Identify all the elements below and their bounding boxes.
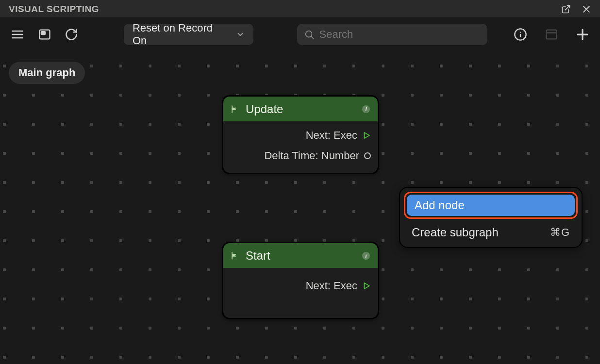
grid-dot	[149, 65, 151, 67]
grid-dot	[149, 327, 151, 330]
grid-dot	[61, 181, 64, 184]
grid-dot	[323, 327, 326, 330]
grid-dot	[527, 298, 530, 300]
grid-dot	[294, 327, 297, 330]
grid-dot	[3, 152, 6, 155]
grid-dot	[527, 268, 530, 271]
port-update-delta[interactable]: Delta Time: Number	[230, 146, 371, 166]
svg-marker-17	[365, 132, 370, 138]
grid-dot	[149, 210, 151, 213]
grid-dot	[119, 94, 122, 97]
node-info-icon[interactable]: i	[362, 105, 370, 113]
grid-dot	[90, 327, 93, 330]
grid-dot	[178, 181, 181, 184]
node-start-title: Start	[246, 249, 356, 263]
refresh-icon[interactable]	[63, 26, 81, 43]
grid-dot	[90, 356, 93, 359]
add-icon[interactable]	[574, 26, 591, 43]
search-field[interactable]	[297, 24, 487, 45]
search-input[interactable]	[319, 28, 481, 41]
svg-line-0	[565, 6, 569, 10]
grid-dot	[236, 65, 239, 67]
grid-dot	[527, 123, 530, 126]
node-start-header[interactable]: Start i	[223, 243, 378, 268]
grid-dot	[527, 94, 530, 97]
node-update[interactable]: Update i Next: Exec Delta Time: Number	[222, 95, 379, 174]
grid-dot	[382, 298, 384, 300]
grid-dot	[294, 356, 297, 359]
grid-dot	[411, 268, 414, 271]
grid-dot	[527, 181, 530, 184]
grid-dot	[585, 298, 588, 300]
node-update-title: Update	[246, 102, 356, 116]
window-icon[interactable]	[543, 26, 560, 43]
grid-dot	[178, 327, 181, 330]
grid-dot	[149, 152, 151, 155]
menu-icon[interactable]	[9, 26, 26, 43]
grid-dot	[498, 268, 501, 271]
grid-dot	[498, 94, 501, 97]
grid-dot	[149, 239, 151, 242]
flag-icon	[230, 251, 240, 261]
grid-dot	[119, 210, 122, 213]
grid-dot	[323, 181, 326, 184]
grid-dot	[469, 123, 472, 126]
node-update-header[interactable]: Update i	[223, 97, 378, 121]
grid-dot	[32, 152, 35, 155]
grid-dot	[323, 65, 326, 67]
grid-dot	[440, 94, 443, 97]
graph-canvas[interactable]: Main graph Update i Next: Exec Delta Tim…	[0, 53, 600, 364]
grid-dot	[178, 65, 181, 67]
grid-dot	[178, 94, 181, 97]
port-update-next[interactable]: Next: Exec	[230, 125, 371, 146]
grid-dot	[294, 181, 297, 184]
grid-dot	[411, 327, 414, 330]
grid-dot	[469, 298, 472, 300]
grid-dot	[498, 152, 501, 155]
grid-dot	[265, 181, 268, 184]
port-start-next[interactable]: Next: Exec	[230, 272, 371, 296]
grid-dot	[527, 152, 530, 155]
context-menu-create-subgraph-label: Create subgraph	[412, 226, 499, 239]
record-mode-dropdown[interactable]: Reset on Record On	[124, 24, 253, 45]
grid-dot	[236, 356, 239, 359]
grid-dot	[585, 152, 588, 155]
grid-dot	[61, 239, 64, 242]
context-menu-create-subgraph[interactable]: Create subgraph ⌘G	[404, 222, 578, 243]
grid-dot	[440, 298, 443, 300]
grid-dot	[32, 239, 35, 242]
grid-dot	[61, 94, 64, 97]
grid-dot	[178, 152, 181, 155]
layout-icon[interactable]	[36, 26, 53, 43]
grid-dot	[585, 327, 588, 330]
grid-dot	[585, 356, 588, 359]
grid-dot	[119, 327, 122, 330]
grid-dot	[119, 181, 122, 184]
exec-port-icon	[362, 281, 371, 290]
grid-dot	[382, 268, 384, 271]
close-icon[interactable]	[582, 4, 591, 14]
grid-dot	[90, 210, 93, 213]
grid-dot	[382, 210, 384, 213]
grid-dot	[90, 268, 93, 271]
node-start[interactable]: Start i Next: Exec	[222, 242, 379, 319]
context-menu-add-node[interactable]: Add node	[407, 195, 575, 216]
grid-dot	[90, 152, 93, 155]
info-icon[interactable]	[512, 26, 529, 43]
breadcrumb[interactable]: Main graph	[9, 62, 85, 84]
popout-icon[interactable]	[561, 4, 571, 14]
grid-dot	[3, 268, 6, 271]
grid-dot	[469, 327, 472, 330]
grid-dot	[556, 268, 559, 271]
grid-dot	[3, 210, 6, 213]
grid-dot	[411, 152, 414, 155]
grid-dot	[498, 356, 501, 359]
grid-dot	[382, 327, 384, 330]
context-menu-highlight: Add node	[404, 192, 578, 219]
flag-icon	[230, 104, 240, 114]
grid-dot	[352, 181, 355, 184]
svg-rect-13	[547, 30, 557, 39]
grid-dot	[585, 239, 588, 242]
node-info-icon[interactable]: i	[362, 252, 370, 260]
grid-dot	[207, 327, 210, 330]
